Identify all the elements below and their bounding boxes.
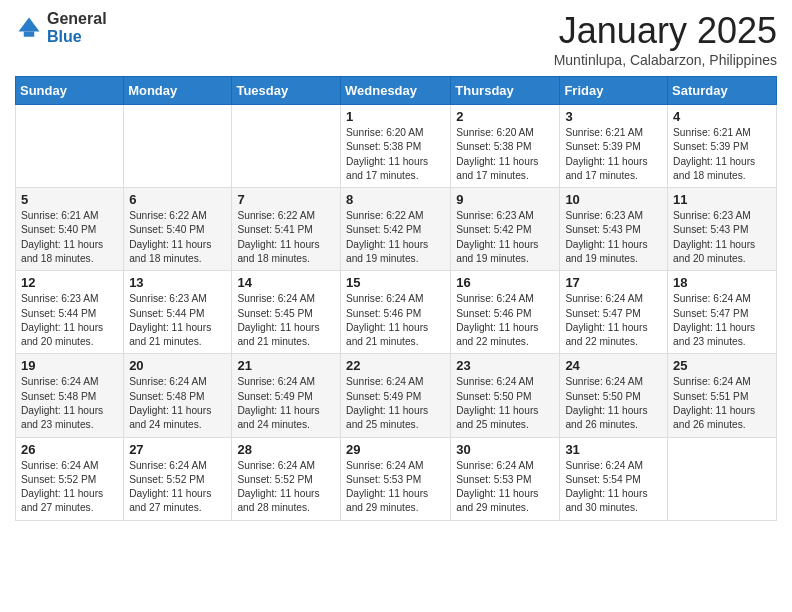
day-number: 3 — [565, 109, 662, 124]
day-info: Sunrise: 6:24 AMSunset: 5:52 PMDaylight:… — [237, 460, 319, 514]
col-sunday: Sunday — [16, 77, 124, 105]
day-info: Sunrise: 6:23 AMSunset: 5:43 PMDaylight:… — [673, 210, 755, 264]
day-number: 22 — [346, 358, 445, 373]
day-number: 7 — [237, 192, 335, 207]
svg-marker-0 — [19, 17, 40, 31]
day-info: Sunrise: 6:24 AMSunset: 5:48 PMDaylight:… — [21, 376, 103, 430]
day-info: Sunrise: 6:20 AMSunset: 5:38 PMDaylight:… — [456, 127, 538, 181]
day-number: 27 — [129, 442, 226, 457]
day-info: Sunrise: 6:24 AMSunset: 5:52 PMDaylight:… — [21, 460, 103, 514]
logo: General Blue — [15, 10, 107, 45]
calendar-week-5: 26 Sunrise: 6:24 AMSunset: 5:52 PMDaylig… — [16, 437, 777, 520]
logo-blue-text: Blue — [47, 28, 107, 46]
day-info: Sunrise: 6:24 AMSunset: 5:54 PMDaylight:… — [565, 460, 647, 514]
table-cell: 23 Sunrise: 6:24 AMSunset: 5:50 PMDaylig… — [451, 354, 560, 437]
table-cell: 14 Sunrise: 6:24 AMSunset: 5:45 PMDaylig… — [232, 271, 341, 354]
logo-general-text: General — [47, 10, 107, 28]
day-info: Sunrise: 6:21 AMSunset: 5:39 PMDaylight:… — [673, 127, 755, 181]
header: General Blue January 2025 Muntinlupa, Ca… — [15, 10, 777, 68]
day-number: 17 — [565, 275, 662, 290]
day-number: 1 — [346, 109, 445, 124]
table-cell: 20 Sunrise: 6:24 AMSunset: 5:48 PMDaylig… — [124, 354, 232, 437]
day-number: 2 — [456, 109, 554, 124]
table-cell: 6 Sunrise: 6:22 AMSunset: 5:40 PMDayligh… — [124, 188, 232, 271]
page: General Blue January 2025 Muntinlupa, Ca… — [0, 0, 792, 536]
day-info: Sunrise: 6:22 AMSunset: 5:42 PMDaylight:… — [346, 210, 428, 264]
svg-rect-1 — [24, 31, 35, 36]
col-thursday: Thursday — [451, 77, 560, 105]
day-info: Sunrise: 6:24 AMSunset: 5:51 PMDaylight:… — [673, 376, 755, 430]
day-info: Sunrise: 6:23 AMSunset: 5:43 PMDaylight:… — [565, 210, 647, 264]
day-number: 14 — [237, 275, 335, 290]
day-info: Sunrise: 6:22 AMSunset: 5:40 PMDaylight:… — [129, 210, 211, 264]
day-number: 19 — [21, 358, 118, 373]
day-info: Sunrise: 6:21 AMSunset: 5:40 PMDaylight:… — [21, 210, 103, 264]
calendar-week-1: 1 Sunrise: 6:20 AMSunset: 5:38 PMDayligh… — [16, 105, 777, 188]
table-cell: 19 Sunrise: 6:24 AMSunset: 5:48 PMDaylig… — [16, 354, 124, 437]
day-info: Sunrise: 6:24 AMSunset: 5:52 PMDaylight:… — [129, 460, 211, 514]
day-info: Sunrise: 6:24 AMSunset: 5:46 PMDaylight:… — [346, 293, 428, 347]
day-info: Sunrise: 6:24 AMSunset: 5:53 PMDaylight:… — [346, 460, 428, 514]
day-number: 31 — [565, 442, 662, 457]
col-saturday: Saturday — [668, 77, 777, 105]
logo-icon — [15, 14, 43, 42]
day-info: Sunrise: 6:21 AMSunset: 5:39 PMDaylight:… — [565, 127, 647, 181]
day-number: 12 — [21, 275, 118, 290]
day-info: Sunrise: 6:24 AMSunset: 5:48 PMDaylight:… — [129, 376, 211, 430]
table-cell: 1 Sunrise: 6:20 AMSunset: 5:38 PMDayligh… — [341, 105, 451, 188]
month-title: January 2025 — [554, 10, 777, 52]
day-info: Sunrise: 6:24 AMSunset: 5:49 PMDaylight:… — [237, 376, 319, 430]
table-cell: 12 Sunrise: 6:23 AMSunset: 5:44 PMDaylig… — [16, 271, 124, 354]
table-cell: 9 Sunrise: 6:23 AMSunset: 5:42 PMDayligh… — [451, 188, 560, 271]
day-info: Sunrise: 6:24 AMSunset: 5:50 PMDaylight:… — [565, 376, 647, 430]
table-cell: 30 Sunrise: 6:24 AMSunset: 5:53 PMDaylig… — [451, 437, 560, 520]
table-cell: 15 Sunrise: 6:24 AMSunset: 5:46 PMDaylig… — [341, 271, 451, 354]
calendar-table: Sunday Monday Tuesday Wednesday Thursday… — [15, 76, 777, 521]
day-number: 20 — [129, 358, 226, 373]
table-cell: 21 Sunrise: 6:24 AMSunset: 5:49 PMDaylig… — [232, 354, 341, 437]
table-cell: 17 Sunrise: 6:24 AMSunset: 5:47 PMDaylig… — [560, 271, 668, 354]
table-cell: 5 Sunrise: 6:21 AMSunset: 5:40 PMDayligh… — [16, 188, 124, 271]
day-info: Sunrise: 6:23 AMSunset: 5:44 PMDaylight:… — [129, 293, 211, 347]
col-friday: Friday — [560, 77, 668, 105]
day-number: 21 — [237, 358, 335, 373]
day-number: 28 — [237, 442, 335, 457]
calendar-week-2: 5 Sunrise: 6:21 AMSunset: 5:40 PMDayligh… — [16, 188, 777, 271]
col-monday: Monday — [124, 77, 232, 105]
table-cell — [668, 437, 777, 520]
day-info: Sunrise: 6:23 AMSunset: 5:44 PMDaylight:… — [21, 293, 103, 347]
day-number: 23 — [456, 358, 554, 373]
day-number: 18 — [673, 275, 771, 290]
table-cell — [232, 105, 341, 188]
day-info: Sunrise: 6:20 AMSunset: 5:38 PMDaylight:… — [346, 127, 428, 181]
table-cell: 26 Sunrise: 6:24 AMSunset: 5:52 PMDaylig… — [16, 437, 124, 520]
table-cell: 13 Sunrise: 6:23 AMSunset: 5:44 PMDaylig… — [124, 271, 232, 354]
table-cell: 24 Sunrise: 6:24 AMSunset: 5:50 PMDaylig… — [560, 354, 668, 437]
day-info: Sunrise: 6:24 AMSunset: 5:53 PMDaylight:… — [456, 460, 538, 514]
day-info: Sunrise: 6:24 AMSunset: 5:46 PMDaylight:… — [456, 293, 538, 347]
day-number: 25 — [673, 358, 771, 373]
day-number: 26 — [21, 442, 118, 457]
table-cell: 25 Sunrise: 6:24 AMSunset: 5:51 PMDaylig… — [668, 354, 777, 437]
table-cell: 7 Sunrise: 6:22 AMSunset: 5:41 PMDayligh… — [232, 188, 341, 271]
day-number: 10 — [565, 192, 662, 207]
day-info: Sunrise: 6:22 AMSunset: 5:41 PMDaylight:… — [237, 210, 319, 264]
table-cell: 10 Sunrise: 6:23 AMSunset: 5:43 PMDaylig… — [560, 188, 668, 271]
day-info: Sunrise: 6:24 AMSunset: 5:49 PMDaylight:… — [346, 376, 428, 430]
title-area: January 2025 Muntinlupa, Calabarzon, Phi… — [554, 10, 777, 68]
day-info: Sunrise: 6:24 AMSunset: 5:47 PMDaylight:… — [673, 293, 755, 347]
day-number: 6 — [129, 192, 226, 207]
day-number: 8 — [346, 192, 445, 207]
table-cell: 11 Sunrise: 6:23 AMSunset: 5:43 PMDaylig… — [668, 188, 777, 271]
day-info: Sunrise: 6:24 AMSunset: 5:47 PMDaylight:… — [565, 293, 647, 347]
table-cell: 2 Sunrise: 6:20 AMSunset: 5:38 PMDayligh… — [451, 105, 560, 188]
table-cell: 31 Sunrise: 6:24 AMSunset: 5:54 PMDaylig… — [560, 437, 668, 520]
table-cell: 27 Sunrise: 6:24 AMSunset: 5:52 PMDaylig… — [124, 437, 232, 520]
table-cell: 3 Sunrise: 6:21 AMSunset: 5:39 PMDayligh… — [560, 105, 668, 188]
col-wednesday: Wednesday — [341, 77, 451, 105]
table-cell: 29 Sunrise: 6:24 AMSunset: 5:53 PMDaylig… — [341, 437, 451, 520]
calendar-week-3: 12 Sunrise: 6:23 AMSunset: 5:44 PMDaylig… — [16, 271, 777, 354]
day-number: 30 — [456, 442, 554, 457]
day-number: 29 — [346, 442, 445, 457]
table-cell: 28 Sunrise: 6:24 AMSunset: 5:52 PMDaylig… — [232, 437, 341, 520]
